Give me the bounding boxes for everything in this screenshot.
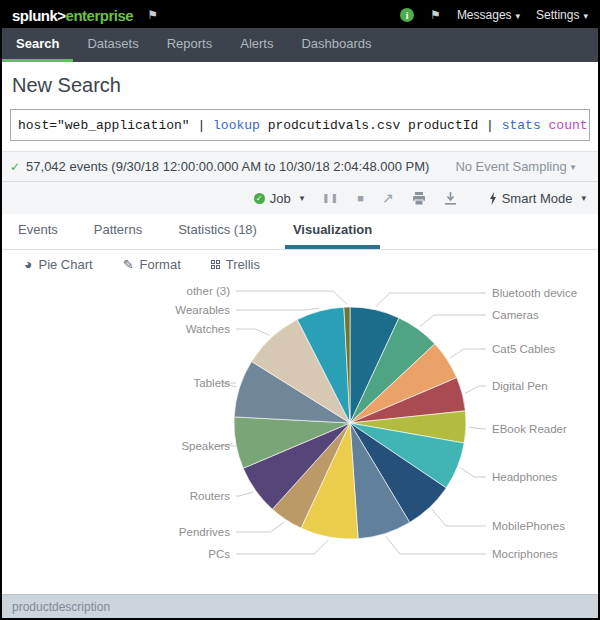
tab-patterns[interactable]: Patterns	[86, 214, 150, 249]
navbar-item-search[interactable]: Search	[2, 28, 73, 62]
pie-leader-line	[376, 293, 486, 307]
pie-leader-line	[432, 509, 486, 526]
chevron-down-icon: ▾	[581, 193, 586, 203]
trellis-label: Trellis	[226, 257, 260, 272]
pie-leader-line	[236, 308, 319, 310]
splunk-logo[interactable]: splunk>enterprise	[12, 7, 133, 24]
search-head: New Search host="web_application" | look…	[2, 62, 598, 151]
logo-splunk-text: splunk>	[12, 7, 66, 24]
pie-leader-line	[386, 537, 486, 555]
field-label: productdescription	[12, 600, 110, 614]
pie-slice-label: Routers	[190, 490, 231, 502]
search-query-input[interactable]: host="web_application" | lookup prodcuti…	[10, 109, 590, 141]
chevron-down-icon: ▾	[571, 162, 576, 172]
pie-slice-label: Cat5 Cables	[492, 343, 556, 355]
trellis-button[interactable]: Trellis	[211, 257, 260, 272]
check-icon: ✓	[10, 160, 20, 174]
query-segment	[588, 118, 590, 133]
pie-slice-label: Bluetooth device	[492, 287, 577, 299]
app-navbar: SearchDatasetsReportsAlertsDashboards	[2, 28, 598, 62]
pie-slice-label: EBook Reader	[492, 423, 567, 435]
format-label: Format	[140, 257, 181, 272]
pie-chart-svg: Bluetooth deviceCamerasCat5 CablesDigita…	[2, 278, 598, 594]
pie-leader-line	[236, 522, 284, 532]
pie-slice-label: Tablets	[194, 377, 231, 389]
event-sampling-dropdown[interactable]: No Event Sampling▾	[455, 159, 575, 174]
tab-visualization[interactable]: Visualization	[285, 214, 380, 249]
query-segment: stats	[502, 118, 541, 133]
health-info-icon[interactable]: i	[400, 8, 414, 22]
tab-events[interactable]: Events	[10, 214, 66, 249]
pencil-icon: ✎	[123, 257, 134, 272]
pie-slice-label: Speakers	[181, 440, 230, 452]
chevron-down-icon: ▾	[300, 193, 305, 203]
pie-leader-line	[236, 540, 328, 554]
pie-slice-label: other (3)	[187, 285, 231, 297]
chevron-down-icon: ▾	[516, 11, 521, 21]
page-title: New Search	[12, 74, 590, 97]
pie-leader-line	[469, 427, 486, 429]
navbar-item-datasets[interactable]: Datasets	[73, 28, 152, 62]
trellis-grid-icon	[211, 260, 220, 269]
pie-leader-line	[236, 329, 270, 335]
navbar-item-alerts[interactable]: Alerts	[226, 28, 287, 62]
job-label: Job	[270, 191, 291, 206]
app-window: splunk>enterprise ⚑ i ⚑ Messages▾ Settin…	[2, 2, 598, 618]
chevron-down-icon: ▾	[583, 11, 588, 21]
pie-slice-label: Mocriphones	[492, 548, 558, 560]
tab-statistics-18-[interactable]: Statistics (18)	[170, 214, 265, 249]
chart-type-label: Pie Chart	[38, 257, 92, 272]
pie-slice-label: Pendrives	[179, 526, 230, 538]
query-segment	[541, 118, 549, 133]
sampling-label: No Event Sampling	[455, 159, 566, 174]
share-button[interactable]: ↗	[382, 190, 394, 206]
pie-slice-label: Digital Pen	[492, 380, 548, 392]
navbar-item-dashboards[interactable]: Dashboards	[287, 28, 385, 62]
pie-chart-icon: ◕	[24, 256, 32, 272]
pie-leader-line	[465, 386, 486, 393]
pie-slice-label: Cameras	[492, 309, 539, 321]
pie-leader-line	[236, 291, 347, 304]
pie-leader-line	[460, 468, 486, 477]
results-tabs: EventsPatternsStatistics (18)Visualizati…	[2, 214, 598, 250]
viz-toolbar: ◕Pie Chart ✎Format Trellis	[2, 250, 598, 278]
print-button[interactable]	[412, 192, 426, 205]
smart-mode-label: Smart Mode	[502, 191, 573, 206]
messages-menu[interactable]: Messages▾	[457, 8, 520, 22]
navbar-item-reports[interactable]: Reports	[153, 28, 227, 62]
job-info-band: ✓ 57,042 events (9/30/18 12:00:00.000 AM…	[2, 151, 598, 214]
pause-button[interactable]: ❚❚	[322, 193, 339, 203]
pie-slice-label: Watches	[186, 323, 231, 335]
pie-slice-label: PCs	[208, 548, 230, 560]
pie-slice-label: Wearables	[175, 304, 230, 316]
query-segment: prodcutidvals.csv productId |	[260, 118, 502, 133]
pie-slice-label: MobilePhones	[492, 520, 565, 532]
pie-leader-line	[236, 492, 253, 496]
pie-chart-area: Bluetooth deviceCamerasCat5 CablesDigita…	[2, 278, 598, 594]
logo-product-text: enterprise	[66, 7, 134, 24]
job-dropdown[interactable]: ✓ Job ▾	[254, 191, 305, 206]
pie-leader-line	[450, 349, 486, 358]
pie-slice-label: Headphones	[492, 471, 557, 483]
smart-mode-bolt-icon	[489, 192, 497, 205]
activity-flag-icon[interactable]: ⚑	[430, 8, 441, 22]
pie-leader-line	[420, 315, 486, 327]
stop-button[interactable]: ■	[357, 192, 364, 204]
query-segment: host="web_application" |	[18, 118, 213, 133]
field-label-bar: productdescription	[2, 594, 598, 618]
format-button[interactable]: ✎Format	[123, 257, 181, 272]
settings-label: Settings	[536, 8, 579, 22]
query-segment: lookup	[213, 118, 260, 133]
chart-type-button[interactable]: ◕Pie Chart	[24, 256, 93, 272]
job-status-icon: ✓	[254, 193, 265, 204]
settings-menu[interactable]: Settings▾	[536, 8, 588, 22]
activity-flag-icon[interactable]: ⚑	[147, 8, 158, 22]
search-mode-dropdown[interactable]: Smart Mode ▾	[489, 191, 586, 206]
events-summary: 57,042 events (9/30/18 12:00:00.000 AM t…	[26, 159, 429, 174]
query-segment: count	[549, 118, 588, 133]
top-bar: splunk>enterprise ⚑ i ⚑ Messages▾ Settin…	[2, 2, 598, 28]
export-button[interactable]	[444, 192, 457, 205]
messages-label: Messages	[457, 8, 512, 22]
